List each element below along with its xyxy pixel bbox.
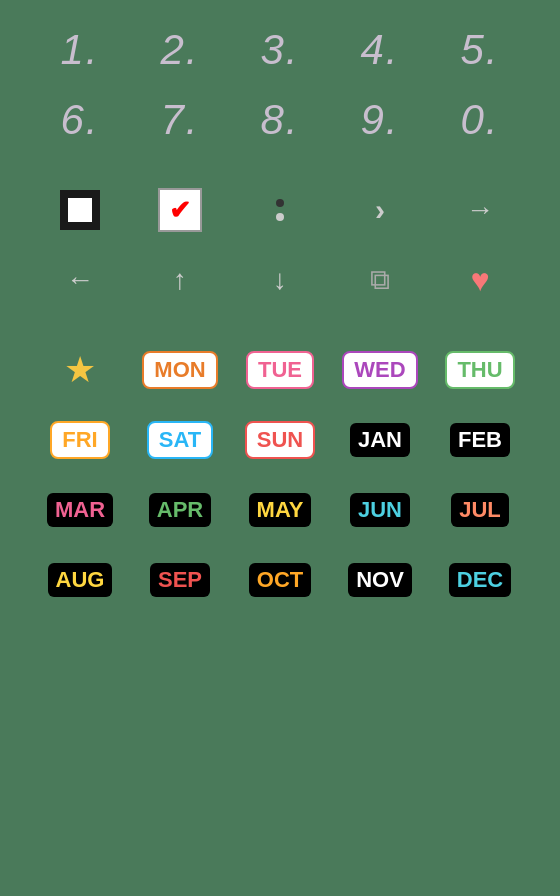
num-5: 5. <box>430 20 530 80</box>
month-dec-badge: DEC <box>449 563 511 597</box>
days-months-row: FRI SAT SUN JAN FEB <box>10 410 550 470</box>
month-mar-badge: MAR <box>47 493 113 527</box>
month-aug-cell: AUG <box>30 550 130 610</box>
month-dec-cell: DEC <box>430 550 530 610</box>
arrow-down-cell: ↓ <box>230 250 330 310</box>
day-fri-cell: FRI <box>30 410 130 470</box>
num-4: 4. <box>330 20 430 80</box>
num-1: 1. <box>30 20 130 80</box>
num-6: 6. <box>30 90 130 150</box>
chevron-right-cell: › <box>330 180 430 240</box>
month-may-cell: MAY <box>230 480 330 540</box>
day-thu-badge: THU <box>445 351 514 389</box>
day-wed-badge: WED <box>342 351 417 389</box>
num-8: 8. <box>230 90 330 150</box>
num-3: 3. <box>230 20 330 80</box>
month-may-badge: MAY <box>249 493 312 527</box>
day-mon-cell: MON <box>130 340 230 400</box>
month-jul-badge: JUL <box>451 493 509 527</box>
arrow-left-cell: ← <box>30 250 130 310</box>
month-aug-badge: AUG <box>48 563 113 597</box>
month-sep-badge: SEP <box>150 563 210 597</box>
star-icon: ★ <box>64 349 96 391</box>
checkbox-checked-icon: ✔ <box>158 188 202 232</box>
day-wed-cell: WED <box>330 340 430 400</box>
arrow-left-icon: ← <box>66 264 94 296</box>
day-sat-badge: SAT <box>147 421 213 459</box>
month-mar-cell: MAR <box>30 480 130 540</box>
copy-icon: ⧉ <box>370 264 390 297</box>
month-jun-cell: JUN <box>330 480 430 540</box>
day-mon-badge: MON <box>142 351 217 389</box>
arrow-right-cell: → <box>430 180 530 240</box>
months-row-2: AUG SEP OCT NOV DEC <box>10 550 550 610</box>
num-0: 0. <box>430 90 530 150</box>
month-oct-badge: OCT <box>249 563 311 597</box>
day-tue-cell: TUE <box>230 340 330 400</box>
chevron-right-icon: › <box>375 193 385 227</box>
radio-icon <box>276 199 284 221</box>
month-nov-cell: NOV <box>330 550 430 610</box>
numbers-row-1: 1. 2. 3. 4. 5. <box>10 20 550 80</box>
radio-cell <box>230 180 330 240</box>
star-cell: ★ <box>30 340 130 400</box>
month-jul-cell: JUL <box>430 480 530 540</box>
month-oct-cell: OCT <box>230 550 330 610</box>
day-fri-badge: FRI <box>50 421 109 459</box>
icons-row-1: ✔ › → <box>10 180 550 240</box>
day-thu-cell: THU <box>430 340 530 400</box>
day-sun-badge: SUN <box>245 421 315 459</box>
month-feb-cell: FEB <box>430 410 530 470</box>
checkbox-checked-cell: ✔ <box>130 180 230 240</box>
day-sat-cell: SAT <box>130 410 230 470</box>
checkbox-empty-icon <box>60 190 100 230</box>
month-apr-badge: APR <box>149 493 211 527</box>
months-row-1: MAR APR MAY JUN JUL <box>10 480 550 540</box>
arrow-up-icon: ↑ <box>173 264 187 296</box>
month-apr-cell: APR <box>130 480 230 540</box>
month-jan-badge: JAN <box>350 423 410 457</box>
num-2: 2. <box>130 20 230 80</box>
day-tue-badge: TUE <box>246 351 314 389</box>
arrow-right-icon: → <box>466 194 494 226</box>
heart-icon: ♥ <box>471 262 490 299</box>
num-9: 9. <box>330 90 430 150</box>
month-feb-badge: FEB <box>450 423 510 457</box>
month-sep-cell: SEP <box>130 550 230 610</box>
checkbox-empty-cell <box>30 180 130 240</box>
copy-cell: ⧉ <box>330 250 430 310</box>
month-jan-cell: JAN <box>330 410 430 470</box>
day-sun-cell: SUN <box>230 410 330 470</box>
arrow-down-icon: ↓ <box>273 264 287 296</box>
heart-cell: ♥ <box>430 250 530 310</box>
month-jun-badge: JUN <box>350 493 410 527</box>
icons-row-2: ← ↑ ↓ ⧉ ♥ <box>10 250 550 310</box>
num-7: 7. <box>130 90 230 150</box>
month-nov-badge: NOV <box>348 563 412 597</box>
days-row-1: ★ MON TUE WED THU <box>10 340 550 400</box>
numbers-row-2: 6. 7. 8. 9. 0. <box>10 90 550 150</box>
arrow-up-cell: ↑ <box>130 250 230 310</box>
